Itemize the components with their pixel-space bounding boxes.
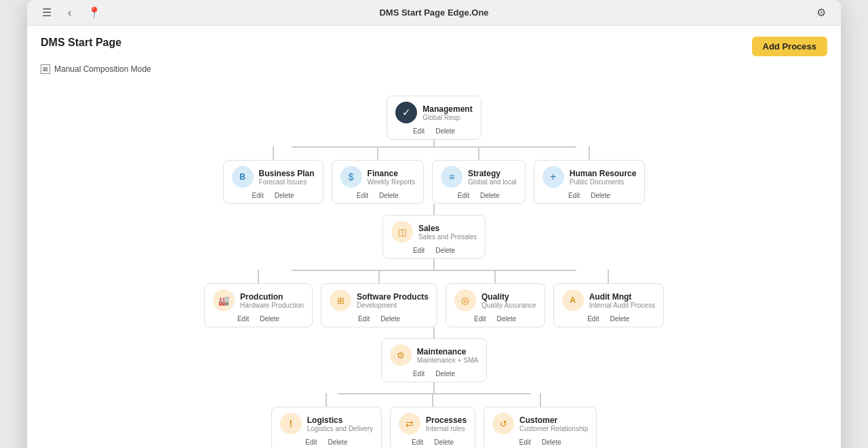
quality-inner: ◎ Quality Quality Assurance	[454, 289, 536, 311]
finance-edit[interactable]: Edit	[357, 192, 368, 199]
level-maintenance: ⚙ Maintenance Maintenance + SMA Edit Del…	[381, 338, 487, 382]
audit-delete[interactable]: Delete	[610, 315, 629, 323]
back-icon[interactable]: ‹	[64, 4, 75, 22]
audit-name: Audit Mngt	[589, 292, 655, 302]
main-window: ☰ ‹ 📍 DMS Start Page Edge.One ⚙ DMS Star…	[27, 0, 841, 448]
connector-sales-l3	[433, 259, 435, 270]
sales-inner: ◫ Sales Sales and Presales	[391, 221, 477, 243]
connector-l1-sales	[433, 204, 435, 215]
bp-delete[interactable]: Delete	[275, 192, 294, 199]
spacer-sales-l3	[433, 259, 435, 270]
processes-icon: ⇄	[399, 413, 420, 434]
hr-edit[interactable]: Edit	[568, 192, 580, 199]
finance-wrapper: $ Finance Weekly Reports Edit Delete	[332, 146, 424, 204]
maint-name: Maintenance	[417, 347, 478, 357]
audit-edit[interactable]: Edit	[587, 315, 599, 323]
management-text: Management Global Resp.	[422, 104, 472, 121]
maint-text: Maintenance Maintenance + SMA	[417, 347, 478, 364]
sw-edit[interactable]: Edit	[358, 315, 370, 323]
prod-wrapper: 🏭 Prodcution Hardware Production Edit De…	[204, 270, 313, 327]
finance-delete[interactable]: Delete	[379, 192, 399, 199]
logistics-icon: !	[280, 413, 302, 434]
quality-delete[interactable]: Delete	[497, 315, 517, 323]
customer-name: Customer	[519, 415, 588, 425]
prod-connector-v	[258, 270, 259, 283]
connector-mgmt-l1	[433, 140, 435, 146]
audit-text: Audit Mngt Internal Audit Process	[589, 292, 655, 309]
strategy-edit[interactable]: Edit	[458, 192, 469, 199]
processes-edit[interactable]: Edit	[412, 439, 423, 446]
connector-l3-maint	[433, 327, 435, 338]
quality-name: Quality	[481, 292, 536, 302]
logistics-edit[interactable]: Edit	[305, 439, 317, 446]
hr-delete[interactable]: Delete	[591, 192, 610, 199]
prod-edit[interactable]: Edit	[237, 315, 249, 323]
customer-delete[interactable]: Delete	[542, 439, 561, 446]
card-human-resource: + Human Resource Public Documents Edit D…	[534, 160, 646, 204]
sw-connector-v	[378, 270, 380, 283]
finance-connector-v	[377, 146, 378, 160]
finance-inner: $ Finance Weekly Reports	[340, 166, 415, 188]
sales-icon: ◫	[391, 221, 413, 243]
card-finance: $ Finance Weekly Reports Edit Delete	[332, 160, 424, 204]
strategy-actions: Edit Delete	[441, 192, 517, 199]
logistics-connector-v	[326, 393, 327, 407]
hr-sub: Public Documents	[570, 178, 637, 186]
card-customer: ↺ Customer Customer Relationship Edit De…	[484, 407, 597, 448]
finance-actions: Edit Delete	[340, 192, 415, 199]
customer-actions: Edit Delete	[492, 439, 588, 446]
manual-mode-label: Manual Composition Mode	[54, 64, 151, 74]
prod-name: Prodcution	[240, 292, 304, 302]
level-sales: ◫ Sales Sales and Presales Edit Delete	[382, 215, 486, 259]
page-header: DMS Start Page Add Process	[27, 26, 841, 62]
menu-icon[interactable]: ☰	[38, 3, 56, 22]
card-software-products: ⊞ Software Products Development Edit Del…	[321, 283, 437, 327]
customer-inner: ↺ Customer Customer Relationship	[492, 413, 588, 434]
audit-icon: A	[562, 289, 584, 311]
audit-sub: Internal Audit Process	[589, 302, 655, 309]
maint-edit[interactable]: Edit	[413, 370, 425, 378]
customer-text: Customer Customer Relationship	[519, 415, 588, 432]
maint-sub: Maintenance + SMA	[417, 357, 478, 364]
finance-text: Finance Weekly Reports	[368, 169, 415, 186]
sales-delete[interactable]: Delete	[435, 247, 455, 254]
management-edit[interactable]: Edit	[413, 127, 425, 135]
maint-icon: ⚙	[390, 344, 412, 366]
audit-actions: Edit Delete	[562, 315, 655, 323]
prod-delete[interactable]: Delete	[260, 315, 279, 323]
quality-edit[interactable]: Edit	[474, 315, 486, 323]
settings-icon[interactable]: ⚙	[812, 3, 830, 22]
processes-wrapper: ⇄ Processes Internal rules Edit Delete	[390, 393, 475, 448]
canvas: ✓ Management Global Resp. Edit Delete	[27, 82, 841, 448]
bp-inner: B Business Plan Forecast Issues	[232, 166, 315, 188]
sales-edit[interactable]: Edit	[413, 247, 425, 254]
bp-connector-v	[273, 146, 274, 160]
management-actions: Edit Delete	[395, 127, 472, 135]
add-process-button[interactable]: Add Process	[752, 37, 827, 56]
sw-delete[interactable]: Delete	[380, 315, 400, 323]
card-business-plan: B Business Plan Forecast Issues Edit Del…	[223, 160, 323, 204]
logistics-wrapper: ! Logistics Logistics and Delivery Edit …	[271, 393, 382, 448]
customer-sub: Customer Relationship	[519, 425, 588, 432]
logistics-delete[interactable]: Delete	[328, 439, 348, 446]
location-icon[interactable]: 📍	[83, 3, 105, 22]
customer-edit[interactable]: Edit	[519, 439, 531, 446]
card-strategy: ≡ Strategy Global and local Edit Delete	[432, 160, 526, 204]
connector-maint-l5	[433, 382, 435, 393]
logistics-sub: Logistics and Delivery	[307, 425, 373, 432]
hr-name: Human Resource	[570, 169, 637, 178]
card-production: 🏭 Prodcution Hardware Production Edit De…	[204, 283, 313, 327]
prod-actions: Edit Delete	[213, 315, 304, 323]
strategy-delete[interactable]: Delete	[480, 192, 500, 199]
processes-actions: Edit Delete	[399, 439, 467, 446]
quality-actions: Edit Delete	[454, 315, 536, 323]
processes-name: Processes	[426, 415, 467, 425]
management-delete[interactable]: Delete	[435, 127, 455, 135]
card-management-inner: ✓ Management Global Resp.	[395, 102, 472, 123]
sales-text: Sales Sales and Presales	[418, 224, 477, 241]
strategy-connector-v	[478, 146, 479, 160]
maint-delete[interactable]: Delete	[435, 370, 455, 378]
bp-edit[interactable]: Edit	[252, 192, 264, 199]
processes-delete[interactable]: Delete	[434, 439, 454, 446]
card-audit-mngt: A Audit Mngt Internal Audit Process Edit…	[553, 283, 664, 327]
